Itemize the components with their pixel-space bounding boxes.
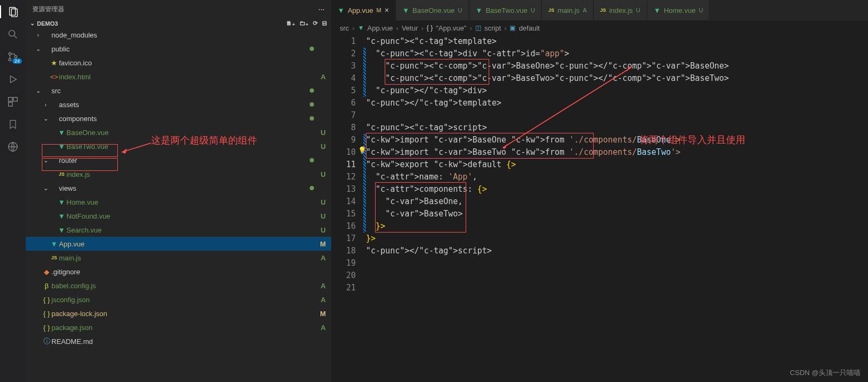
file-label: BaseTwo.vue bbox=[66, 143, 317, 151]
chevron-icon: ⌄ bbox=[34, 87, 42, 94]
bookmark-icon[interactable] bbox=[6, 118, 19, 131]
file-label: views bbox=[59, 184, 310, 192]
file-label: BaseOne.vue bbox=[66, 129, 317, 137]
git-status: M bbox=[317, 310, 326, 318]
tab-app-vue[interactable]: ▼App.vueM× bbox=[331, 0, 396, 20]
git-dot-icon bbox=[310, 102, 314, 107]
tab-home-vue[interactable]: ▼Home.vueU bbox=[647, 0, 710, 20]
git-status: U bbox=[317, 198, 326, 206]
tree-item-main-js[interactable]: JSmain.jsA bbox=[26, 251, 331, 265]
tab-status: M bbox=[377, 7, 381, 13]
tree-item--gitignore[interactable]: ◆.gitignore bbox=[26, 265, 331, 279]
line-number: 18 bbox=[331, 245, 356, 257]
tree-item-assets[interactable]: ›assets bbox=[26, 98, 331, 111]
new-folder-icon[interactable]: 🗀₊ bbox=[300, 20, 309, 27]
line-number: 4 bbox=[331, 72, 356, 85]
tree-item-baseone-vue[interactable]: ▼BaseOne.vueU bbox=[26, 125, 331, 139]
line-number: 17 bbox=[331, 233, 356, 245]
code-line: }> bbox=[366, 233, 868, 245]
breadcrumb-item[interactable]: default bbox=[519, 24, 540, 32]
close-icon[interactable]: × bbox=[385, 6, 389, 14]
tree-item-node-modules[interactable]: ›node_modules bbox=[26, 28, 331, 42]
tab-basetwo-vue[interactable]: ▼BaseTwo.vueU bbox=[469, 0, 542, 20]
more-icon[interactable]: ⋯ bbox=[318, 6, 325, 13]
code-line: "c-punc"><"c-tag">script> bbox=[366, 122, 868, 134]
code-line: "c-kw">import "c-var">BaseOne "c-kw">fro… bbox=[366, 134, 868, 146]
tab-status: U bbox=[530, 7, 535, 13]
tab-main-js[interactable]: JSmain.jsA bbox=[542, 0, 594, 20]
vue-icon: ▼ bbox=[654, 6, 661, 14]
project-name: DEMO3 bbox=[37, 20, 58, 27]
refresh-icon[interactable]: ⟳ bbox=[313, 20, 318, 27]
vue-icon: ▼ bbox=[402, 6, 409, 14]
code-line bbox=[366, 269, 868, 282]
tree-item-package-json[interactable]: { }package.jsonA bbox=[26, 320, 331, 334]
breadcrumb-item[interactable]: Vetur bbox=[402, 24, 418, 32]
lightbulb-icon[interactable]: 💡 bbox=[358, 146, 366, 154]
file-label: .gitignore bbox=[51, 268, 317, 276]
tree-item-src[interactable]: ⌄src bbox=[26, 84, 331, 98]
explorer-icon[interactable] bbox=[0, 5, 26, 18]
tree-item-home-vue[interactable]: ▼Home.vueU bbox=[26, 195, 331, 209]
tree-item-basetwo-vue[interactable]: ▼BaseTwo.vueU bbox=[26, 139, 331, 153]
star-icon: ★ bbox=[49, 59, 59, 67]
breadcrumb-item[interactable]: src bbox=[340, 24, 349, 32]
git-status: U bbox=[317, 143, 326, 151]
file-label: components bbox=[59, 115, 310, 123]
extensions-icon[interactable] bbox=[6, 95, 19, 108]
tab-label: index.js bbox=[609, 6, 633, 14]
breadcrumb-item[interactable]: script bbox=[484, 24, 501, 32]
new-file-icon[interactable]: 🗎₊ bbox=[286, 20, 295, 27]
tab-index-js[interactable]: JSindex.jsU bbox=[594, 0, 647, 20]
git-status: A bbox=[317, 324, 326, 332]
chevron-down-icon: ⌄ bbox=[30, 20, 35, 27]
code-line: "c-punc"></"c-tag">script> bbox=[366, 245, 868, 257]
code-line: "c-punc"><"c-tag">template> bbox=[366, 35, 868, 48]
code-line: "c-attr">components: {> bbox=[366, 183, 868, 196]
tree-item-search-vue[interactable]: ▼Search.vueU bbox=[26, 223, 331, 237]
search-icon[interactable] bbox=[6, 28, 19, 41]
tree-item-jsconfig-json[interactable]: { }jsconfig.jsonA bbox=[26, 293, 331, 306]
collapse-icon[interactable]: ⊟ bbox=[322, 20, 327, 27]
file-label: favicon.ico bbox=[59, 59, 317, 67]
line-number: 21 bbox=[331, 282, 356, 294]
breadcrumb-item[interactable]: "App.vue" bbox=[436, 24, 467, 32]
run-debug-icon[interactable] bbox=[6, 73, 19, 86]
line-number: 5 bbox=[331, 85, 356, 97]
code-content[interactable]: "c-punc"><"c-tag">template> "c-punc"><"c… bbox=[366, 35, 868, 382]
tab-baseone-vue[interactable]: ▼BaseOne.vueU bbox=[396, 0, 469, 20]
tree-item-package-lock-json[interactable]: { }package-lock.jsonM bbox=[26, 306, 331, 320]
tree-item-public[interactable]: ⌄public bbox=[26, 42, 331, 56]
remote-icon[interactable] bbox=[6, 140, 19, 153]
svg-point-4 bbox=[9, 53, 11, 55]
line-number: 2 bbox=[331, 48, 356, 60]
tree-item-notfound-vue[interactable]: ▼NotFound.vueU bbox=[26, 209, 331, 223]
tree-item-router[interactable]: ⌄router bbox=[26, 153, 331, 167]
file-label: src bbox=[51, 87, 310, 95]
tree-item-views[interactable]: ⌄views bbox=[26, 181, 331, 195]
tree-item-readme-md[interactable]: ⓘREADME.md bbox=[26, 334, 331, 348]
sidebar-title: 资源管理器 bbox=[32, 5, 64, 14]
section-header[interactable]: ⌄ DEMO3 🗎₊ 🗀₊ ⟳ ⊟ bbox=[26, 19, 331, 28]
code-line: "c-var">BaseOne, bbox=[366, 196, 868, 208]
line-number: 19 bbox=[331, 257, 356, 269]
git-status: A bbox=[317, 296, 326, 304]
activity-bar: 24 bbox=[0, 0, 26, 382]
tree-item-favicon-ico[interactable]: ★favicon.ico bbox=[26, 56, 331, 70]
git-dot-icon bbox=[310, 88, 314, 93]
tree-item-babel-config-js[interactable]: βbabel.config.jsA bbox=[26, 279, 331, 293]
tree-item-app-vue[interactable]: ▼App.vueM bbox=[26, 237, 331, 251]
file-label: Home.vue bbox=[66, 198, 317, 206]
tree-item-components[interactable]: ⌄components bbox=[26, 111, 331, 125]
file-label: public bbox=[51, 45, 310, 53]
source-control-icon[interactable]: 24 bbox=[6, 50, 19, 63]
line-number: 10 bbox=[331, 146, 356, 159]
tree-item-index-html[interactable]: <>index.htmlA bbox=[26, 70, 331, 84]
vue-icon: ▼ bbox=[57, 226, 66, 234]
svg-point-6 bbox=[14, 56, 17, 58]
line-number: 6 bbox=[331, 97, 356, 109]
tree-item-index-js[interactable]: JSindex.jsU bbox=[26, 167, 331, 181]
breadcrumb-item[interactable]: App.vue bbox=[368, 24, 393, 32]
line-number: 3 bbox=[331, 60, 356, 72]
svg-marker-7 bbox=[10, 76, 16, 83]
